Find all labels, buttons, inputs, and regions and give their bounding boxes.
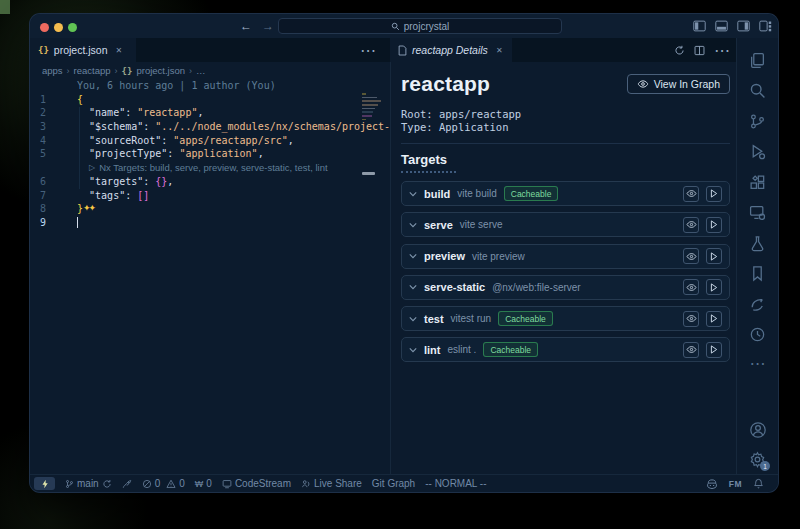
- toggle-sidebar-right-icon[interactable]: [737, 20, 750, 32]
- view-target-button[interactable]: [683, 311, 699, 327]
- chevron-down-icon[interactable]: [409, 253, 417, 259]
- target-row-serve[interactable]: servevite serve: [401, 212, 730, 237]
- minimap-slider-mark[interactable]: [362, 172, 375, 175]
- run-target-button[interactable]: [706, 311, 722, 327]
- activity-bar: ⋯ 1: [736, 38, 778, 474]
- activity-search-icon[interactable]: [737, 82, 778, 99]
- view-in-graph-button[interactable]: View In Graph: [627, 74, 730, 94]
- target-row-preview[interactable]: previewvite preview: [401, 244, 730, 269]
- target-row-build[interactable]: buildvite buildCacheable: [401, 181, 730, 206]
- code-editor[interactable]: You, 6 hours ago | 1 author (You) 1{2 "n…: [30, 79, 390, 474]
- split-editor-icon[interactable]: [694, 45, 705, 56]
- activity-explorer-icon[interactable]: [737, 52, 778, 69]
- close-window-button[interactable]: [40, 23, 49, 32]
- breadcrumb-item-file[interactable]: project.json: [136, 65, 185, 76]
- play-icon: [710, 252, 718, 261]
- run-target-button[interactable]: [706, 342, 722, 358]
- view-target-button[interactable]: [683, 279, 699, 295]
- activity-extensions-icon[interactable]: [737, 174, 778, 191]
- refresh-icon[interactable]: [674, 45, 685, 56]
- error-icon: [142, 479, 152, 489]
- line-number: 7: [30, 189, 46, 203]
- eye-icon: [686, 252, 697, 261]
- tab-project-json[interactable]: {} project.json ✕: [30, 38, 136, 62]
- nx-codelens[interactable]: ▷Nx Targets: build, serve, preview, serv…: [30, 161, 390, 175]
- toggle-sidebar-left-icon[interactable]: [693, 20, 706, 32]
- view-target-button[interactable]: [683, 248, 699, 264]
- codestream-item[interactable]: CodeStream: [222, 478, 291, 489]
- copilot-icon[interactable]: [706, 478, 718, 490]
- toggle-panel-bottom-icon[interactable]: [715, 20, 728, 32]
- indent-guide: [79, 107, 80, 189]
- line-number: 1: [30, 93, 46, 107]
- codestream-icon: [222, 479, 232, 489]
- chevron-down-icon[interactable]: [409, 347, 417, 353]
- chevron-down-icon[interactable]: [409, 222, 417, 228]
- tab-reactapp-details[interactable]: reactapp Details ✕: [390, 38, 512, 62]
- run-target-button[interactable]: [706, 217, 722, 233]
- activity-gitlens-icon[interactable]: [737, 296, 778, 313]
- view-target-button[interactable]: [683, 186, 699, 202]
- project-type: Type: Application: [401, 121, 730, 134]
- git-graph-item[interactable]: Git Graph: [372, 478, 415, 489]
- chevron-down-icon[interactable]: [409, 316, 417, 322]
- code-lines: 1{2 "name": "reactapp",3 "$schema": "../…: [30, 93, 390, 230]
- breadcrumb-item-symbol[interactable]: …: [196, 65, 206, 76]
- target-row-lint[interactable]: linteslint .Cacheable: [401, 337, 730, 362]
- targets-list: buildvite buildCacheableservevite servep…: [401, 181, 730, 362]
- run-target-button[interactable]: [706, 248, 722, 264]
- command-center-search[interactable]: projcrystal: [278, 18, 562, 34]
- activity-run-debug-icon[interactable]: [737, 143, 778, 160]
- chevron-right-icon: ›: [115, 66, 118, 76]
- project-details-panel: reactapp View In Graph Root: apps/reacta…: [390, 62, 736, 474]
- activity-more-icon[interactable]: ⋯: [737, 354, 778, 373]
- activity-bookmarks-icon[interactable]: [737, 265, 778, 282]
- eye-icon: [686, 314, 697, 323]
- close-tab-icon[interactable]: ✕: [116, 46, 123, 55]
- activity-source-control-icon[interactable]: [737, 113, 778, 130]
- maximize-window-button[interactable]: [68, 23, 77, 32]
- breadcrumb-item-reactapp[interactable]: reactapp: [74, 65, 111, 76]
- chevron-down-icon[interactable]: [409, 191, 417, 197]
- target-name: build: [424, 188, 450, 200]
- navigate-back-icon[interactable]: ←: [240, 19, 252, 33]
- sparkle-icon[interactable]: ✦✦: [83, 202, 94, 216]
- chevron-down-icon[interactable]: [409, 284, 417, 290]
- run-target-button[interactable]: [706, 279, 722, 295]
- account-icon[interactable]: [737, 421, 778, 439]
- settings-badge: 1: [760, 461, 770, 471]
- activity-history-icon[interactable]: [737, 326, 778, 343]
- breadcrumb: apps › reactapp › {} project.json › …: [30, 62, 390, 79]
- minimize-window-button[interactable]: [54, 23, 63, 32]
- vim-mode-item[interactable]: -- NORMAL --: [425, 478, 486, 489]
- settings-gear-icon[interactable]: 1: [737, 451, 778, 468]
- play-icon: [710, 283, 718, 292]
- fm-indicator[interactable]: FM: [729, 479, 742, 489]
- customize-layout-icon[interactable]: [759, 20, 772, 32]
- view-target-button[interactable]: [683, 217, 699, 233]
- editor-more-actions-icon[interactable]: ⋯: [360, 41, 376, 60]
- activity-remote-explorer-icon[interactable]: [737, 204, 778, 221]
- problems-item[interactable]: 0 0: [142, 478, 185, 489]
- rocket-item[interactable]: [122, 479, 132, 489]
- breadcrumb-item-apps[interactable]: apps: [42, 65, 63, 76]
- remote-indicator[interactable]: [34, 477, 55, 490]
- run-target-button[interactable]: [706, 186, 722, 202]
- cacheable-badge: Cacheable: [504, 186, 559, 201]
- close-tab-icon[interactable]: ✕: [496, 46, 503, 55]
- live-share-item[interactable]: Live Share: [301, 478, 362, 489]
- target-row-test[interactable]: testvitest runCacheable: [401, 306, 730, 331]
- git-branch-item[interactable]: main: [65, 478, 112, 489]
- branch-name: main: [77, 478, 99, 489]
- view-target-button[interactable]: [683, 342, 699, 358]
- target-command: @nx/web:file-server: [492, 282, 581, 293]
- navigate-forward-icon[interactable]: →: [262, 19, 274, 33]
- more-actions-icon[interactable]: ⋯: [714, 41, 730, 60]
- window-controls: [40, 23, 77, 32]
- bell-icon[interactable]: [753, 478, 764, 489]
- code-line: 2 "name": "reactapp",: [30, 106, 390, 120]
- target-row-serve-static[interactable]: serve-static@nx/web:file-server: [401, 275, 730, 300]
- activity-testing-icon[interactable]: [737, 235, 778, 252]
- minimap[interactable]: [362, 93, 384, 123]
- misc-counter-item[interactable]: ₩ 0: [195, 478, 212, 489]
